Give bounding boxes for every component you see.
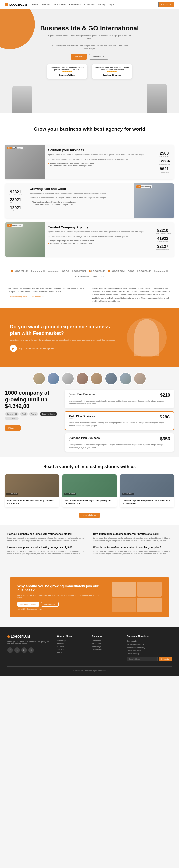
blog-section: Read a variety of interesting stories wi… [0, 457, 179, 525]
faq-q-1: How our company can joined with your age… [7, 533, 86, 535]
blog-grid: June 26, 2023 Officia deserunt mollis an… [5, 474, 174, 507]
partner-3: logoipsum [48, 270, 59, 272]
pricing-tag-1[interactable]: Final [20, 412, 28, 415]
pricing-cta-button[interactable]: Pricing → [5, 426, 21, 431]
nav-contact-button[interactable]: Contact Us [158, 2, 174, 7]
stat-1-0-label: Clients served [158, 156, 171, 157]
footer-bottom: © 2023 LOGO2PLUM All Rights Reserved. [7, 666, 172, 671]
nav-contact[interactable]: Contact Us [84, 3, 95, 6]
blog-date-2: June 26, 2023 [64, 493, 76, 495]
feature-1-points: Fringilla adipiscing lacus. Purus dolor … [48, 162, 151, 167]
stat-1-2-number: 8821 [158, 167, 171, 172]
cta-play-button[interactable]: ▶ Play / Checkout your Business Plan rig… [10, 345, 119, 352]
feature-1-person [5, 145, 45, 179]
footer-company-item-2[interactable]: Today Page [92, 646, 122, 648]
pricing-tag-0[interactable]: Company ltd [5, 412, 19, 415]
stat-1-2-label: Projects done [158, 172, 171, 173]
nav-logo[interactable]: LOGO2PLUM [5, 3, 27, 6]
cta-bottom-secondary-btn[interactable]: Discover More [41, 602, 59, 607]
feature-2-point-2: Ut blandit libero. Nulla purus dolor in … [30, 204, 131, 206]
pricing-tag-3[interactable]: Customer Service [40, 412, 57, 415]
social-instagram[interactable]: in [21, 648, 27, 653]
plan-basic-period: Month [69, 396, 96, 397]
team-section: 1000 company of growing until up $4.342,… [0, 367, 179, 457]
social-linkedin[interactable]: li [28, 648, 34, 653]
nav-services[interactable]: Our Services [53, 3, 66, 6]
blog-img-2: June 26, 2023 [62, 474, 116, 497]
footer-community-item-0[interactable]: Newsletter Community [127, 644, 172, 646]
feature-card-1: Solution Meeting 50 Solution your busine… [5, 145, 174, 179]
feature-card-1-content: Solution your business Egestas blandit, … [45, 145, 154, 179]
footer-menu-item-1[interactable]: About Us [57, 643, 87, 645]
footer-menu-item-3[interactable]: Our Works [57, 649, 87, 650]
feature-2-badge: 60 [136, 185, 141, 188]
partner-11: LOGOIPSUM [75, 275, 89, 278]
partner-7: LOGOIPSUM [108, 270, 125, 272]
faq-item-2: How much price outcome to use your proff… [93, 533, 172, 542]
social-facebook[interactable]: f [7, 648, 13, 653]
pricing-title: 1000 company of growing until up $4.342,… [5, 390, 60, 409]
nav-pages[interactable]: Pages [108, 3, 114, 6]
footer-logo: LOGO2PLUM [7, 635, 52, 638]
hero-testimonials: Platea blanit. Amet urna commodo. A maur… [20, 64, 159, 79]
stat-2-0-number: 92821 [9, 190, 23, 194]
navbar: LOGO2PLUM Home About Us Our Services Tes… [0, 0, 179, 9]
footer-company-item-1[interactable]: Testimonial [92, 643, 122, 645]
footer-company-item-0[interactable]: Get Started [92, 640, 122, 642]
footer-menu-item-4[interactable]: Policy [57, 652, 87, 653]
plan-diamond-desc: Lorem ipsum dolor sit amet consec adipis… [69, 443, 170, 449]
stars-1: ★★★★★ [50, 70, 84, 73]
avatar-7 [119, 372, 132, 385]
feature-2-desc: Egestas blandit, amet. Curabitur integer… [30, 192, 131, 195]
footer-menu-item-0[interactable]: Cover Page [57, 640, 87, 642]
stat-2-0-label: 20 m satisfied clients [9, 194, 23, 196]
stat-2-2-number: 12021 [9, 206, 23, 210]
hero-discover-button[interactable]: Discover Us [89, 54, 108, 60]
nav-about[interactable]: About Us [41, 3, 50, 6]
hero-buttons: Join Now Discover Us [20, 54, 159, 60]
nav-divider: — [153, 3, 156, 6]
partner-12: LIBBITUMY [92, 275, 104, 278]
hero-description2: Orci nibh augue mattis interdum arcu int… [46, 44, 133, 50]
footer-copyright: © 2023 LOGO2PLUM All Rights Reserved. [73, 670, 106, 671]
footer-company-item-3[interactable]: Data Product [92, 649, 122, 650]
pricing-tag-4[interactable]: End Product [5, 417, 19, 420]
hero-person-left [12, 86, 32, 113]
partners-section: LOGO2PLUM logoipsum® logoipsum QOQO LOGO… [0, 266, 179, 282]
plan-gold-name: Gold Plan Business [69, 414, 95, 417]
cta-bottom-primary-btn[interactable]: Subscribe to Joining [18, 602, 39, 607]
nav-testimonials[interactable]: Testimonials [69, 3, 81, 6]
team-avatars [5, 372, 174, 385]
footer-community-item-2[interactable]: Community Forum [127, 650, 172, 652]
footer-col-company-title: Company [92, 635, 122, 637]
feature-card-3: Solution Meeting 70 Trusted Company Agen… [5, 222, 174, 257]
feature-card-2-left-stats: 92821 20 m satisfied clients 23021 Choic… [5, 183, 26, 218]
nav-pricing[interactable]: Pricing [98, 3, 105, 6]
plan-card-gold: Gold Plan Business Month $286 Lorem ipsu… [65, 411, 174, 430]
cta-img-2 [137, 582, 161, 597]
hero-join-button[interactable]: Join Now [71, 54, 87, 60]
footer-col-newsletter: Subscribe Newsletter Community Newslette… [127, 635, 172, 661]
footer-menu-item-2[interactable]: Location [57, 646, 87, 648]
hero-person-right [147, 84, 167, 113]
footer-community-item-3[interactable]: Community Map [127, 653, 172, 655]
blog-more-button[interactable]: More all stories [79, 513, 100, 518]
blog-card-2: June 26, 2023 Volit enic illum dolore eu… [62, 474, 116, 507]
pricing-tag-2[interactable]: And let [29, 412, 38, 415]
nav-home[interactable]: Home [32, 3, 38, 6]
footer-community-item-1[interactable]: Association Community [127, 647, 172, 649]
partner-10: logoipsum® [154, 270, 168, 272]
feature-2-point-1: Fringilla adipiscing lacus. Purus dolor … [30, 201, 131, 203]
newsletter-email-input[interactable] [127, 657, 158, 661]
feature-3-point-2: Ut blandit libero. Nulla purus dolor in … [48, 242, 148, 244]
feature-1-desc2: Orci nibh augue mattis interdum arcu int… [48, 158, 151, 161]
stat-3-2-number: 32127 [155, 244, 171, 249]
hero-title: Business life & GO International [20, 24, 159, 32]
info-bullets: ● Lorem adipiscing lacus ● Purus dolor b… [7, 296, 87, 298]
stat-3-0-number: 82210 [155, 228, 171, 233]
social-twitter[interactable]: t [15, 648, 20, 653]
hero-content: Business life & GO International Egestas… [10, 19, 169, 84]
play-icon: ▶ [10, 345, 17, 352]
newsletter-subscribe-button[interactable]: Subscribe [159, 657, 172, 661]
feature-2-desc2: Orci nibh augue mattis interdum arcu int… [30, 197, 131, 199]
